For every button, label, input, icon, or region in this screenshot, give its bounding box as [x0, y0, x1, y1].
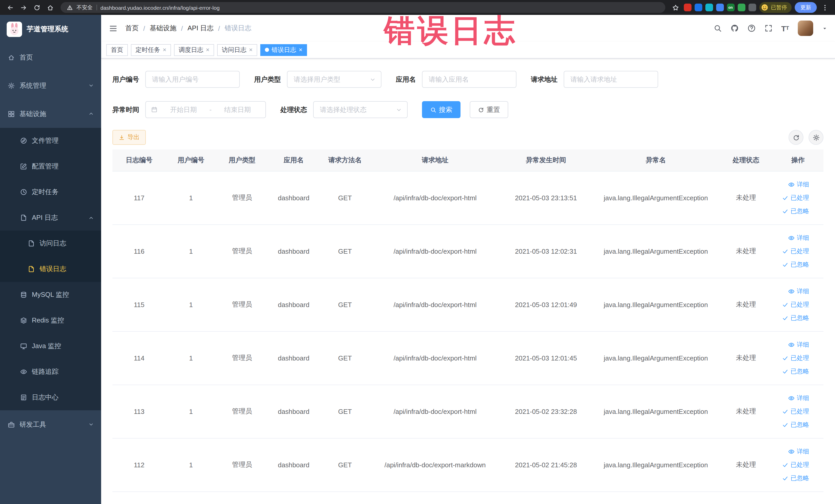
- user-type-select[interactable]: 请选择用户类型: [287, 71, 382, 88]
- cell-id: 114: [113, 331, 166, 385]
- export-button[interactable]: 导出: [113, 130, 146, 145]
- row-action-processed[interactable]: 已处理: [775, 244, 821, 258]
- tab-job-log[interactable]: 调度日志×: [174, 44, 214, 56]
- column-header: 用户编号: [166, 149, 216, 171]
- github-icon[interactable]: [730, 24, 738, 32]
- hamburger-icon[interactable]: [109, 24, 118, 33]
- search-icon[interactable]: [713, 24, 721, 32]
- check-icon: [782, 248, 789, 255]
- row-action-ignored[interactable]: 已忽略: [775, 204, 821, 218]
- action-label: 已忽略: [791, 367, 809, 376]
- sidebar-item-api-log[interactable]: API 日志: [0, 205, 101, 230]
- docpen-icon: [28, 240, 35, 247]
- row-action-ignored[interactable]: 已忽略: [775, 471, 821, 485]
- cell-app: dashboard: [268, 224, 319, 278]
- breadcrumb-item[interactable]: 基础设施: [150, 24, 176, 33]
- row-action-ignored[interactable]: 已忽略: [775, 258, 821, 271]
- ext-2-extension-icon[interactable]: [694, 4, 702, 11]
- row-action-processed[interactable]: 已处理: [775, 298, 821, 311]
- check-icon: [782, 355, 789, 361]
- exception-time-label: 异常时间: [113, 105, 139, 114]
- back-icon[interactable]: [5, 2, 15, 13]
- row-action-processed[interactable]: 已处理: [775, 458, 821, 471]
- forward-icon[interactable]: [19, 2, 29, 13]
- ext-1-extension-icon[interactable]: [684, 4, 691, 11]
- tab-close-icon[interactable]: ×: [206, 47, 209, 53]
- sidebar-item-dev-tools[interactable]: 研发工具: [0, 410, 101, 439]
- row-action-detail[interactable]: 详细: [775, 338, 821, 351]
- sidebar-item-label: 定时任务: [32, 187, 59, 197]
- ext-7-extension-icon[interactable]: [748, 4, 756, 11]
- row-action-processed[interactable]: 已处理: [775, 405, 821, 418]
- ext-3-extension-icon[interactable]: [705, 4, 713, 11]
- row-action-ignored[interactable]: 已忽略: [775, 418, 821, 431]
- breadcrumb-item[interactable]: API 日志: [188, 24, 213, 33]
- ext-6-extension-icon[interactable]: [737, 4, 745, 11]
- update-button[interactable]: 更新: [795, 2, 817, 13]
- star-icon[interactable]: [670, 2, 680, 13]
- sidebar-item-log-center[interactable]: 日志中心: [0, 385, 101, 410]
- caret-down-icon[interactable]: [822, 25, 828, 31]
- fontsize-icon[interactable]: TT: [781, 24, 789, 32]
- question-icon[interactable]: [747, 24, 755, 32]
- ext-5-extension-icon[interactable]: on: [727, 4, 734, 11]
- breadcrumb-item[interactable]: 首页: [125, 24, 139, 33]
- row-action-detail[interactable]: 详细: [775, 391, 821, 405]
- row-action-processed[interactable]: 已处理: [775, 191, 821, 204]
- sidebar-item-infra[interactable]: 基础设施: [0, 100, 101, 128]
- tab-job[interactable]: 定时任务×: [131, 44, 171, 56]
- sidebar-item-config[interactable]: 配置管理: [0, 154, 101, 179]
- tab-close-icon[interactable]: ×: [249, 47, 252, 53]
- sidebar-item-access-log[interactable]: 访问日志: [0, 230, 101, 256]
- tab-close-icon[interactable]: ×: [299, 47, 302, 53]
- cell-status: 未处理: [719, 331, 773, 385]
- action-label: 已处理: [791, 460, 809, 469]
- row-action-detail[interactable]: 详细: [775, 231, 821, 244]
- request-url-input[interactable]: [564, 71, 658, 88]
- cell-id: 115: [113, 278, 166, 331]
- profile-chip[interactable]: 已暂停: [759, 2, 792, 13]
- cell-user_id: 1: [166, 278, 216, 331]
- app-name-input[interactable]: [422, 71, 516, 88]
- tab-home[interactable]: 首页: [106, 44, 128, 56]
- tab-error-log[interactable]: 错误日志×: [260, 44, 307, 56]
- avatar[interactable]: [798, 21, 813, 36]
- app-logo[interactable]: 芋道管理系统: [0, 15, 101, 43]
- sidebar-item-mysql[interactable]: MySQL 监控: [0, 282, 101, 308]
- row-action-ignored[interactable]: 已忽略: [775, 365, 821, 378]
- home-icon[interactable]: [45, 2, 56, 13]
- row-action-detail[interactable]: 详细: [775, 284, 821, 298]
- row-action-detail[interactable]: 详细: [775, 178, 821, 191]
- navbar-actions: TT: [713, 21, 828, 36]
- filter-row-2: 异常时间 开始日期 - 结束日期 处理状态 请选择处理状态: [113, 101, 823, 118]
- sidebar-item-home[interactable]: 首页: [0, 43, 101, 72]
- cell-id: 117: [113, 171, 166, 224]
- row-action-processed[interactable]: 已处理: [775, 351, 821, 365]
- refresh-button[interactable]: [789, 130, 803, 145]
- reload-icon[interactable]: [32, 2, 42, 13]
- sidebar-item-redis[interactable]: Redis 监控: [0, 308, 101, 333]
- cell-actions: 详细已处理已忽略: [773, 438, 823, 491]
- exception-time-range[interactable]: 开始日期 - 结束日期: [145, 101, 266, 118]
- sidebar-item-job[interactable]: 定时任务: [0, 179, 101, 205]
- process-status-select[interactable]: 请选择处理状态: [313, 101, 408, 118]
- fullscreen-icon[interactable]: [764, 24, 772, 32]
- user-id-input[interactable]: [145, 71, 240, 88]
- sidebar-item-error-log[interactable]: 错误日志: [0, 256, 101, 282]
- tab-close-icon[interactable]: ×: [163, 47, 166, 53]
- sidebar-item-java[interactable]: Java 监控: [0, 333, 101, 359]
- row-action-ignored[interactable]: 已忽略: [775, 311, 821, 324]
- reset-button[interactable]: 重置: [470, 101, 508, 118]
- address-bar[interactable]: 不安全 dashboard.yudao.iocoder.cn/infra/log…: [61, 2, 665, 13]
- ext-4-extension-icon[interactable]: [716, 4, 724, 11]
- kebab-menu-icon[interactable]: [820, 2, 830, 13]
- sidebar-item-system[interactable]: 系统管理: [0, 72, 101, 100]
- row-action-detail[interactable]: 详细: [775, 445, 821, 458]
- column-settings-button[interactable]: [809, 130, 823, 145]
- tab-access-log[interactable]: 访问日志×: [217, 44, 257, 56]
- search-button[interactable]: 搜索: [422, 101, 461, 118]
- sidebar-item-trace[interactable]: 链路追踪: [0, 359, 101, 385]
- sidebar-item-file[interactable]: 文件管理: [0, 128, 101, 154]
- action-label: 已处理: [791, 247, 809, 256]
- warning-icon: [67, 4, 73, 11]
